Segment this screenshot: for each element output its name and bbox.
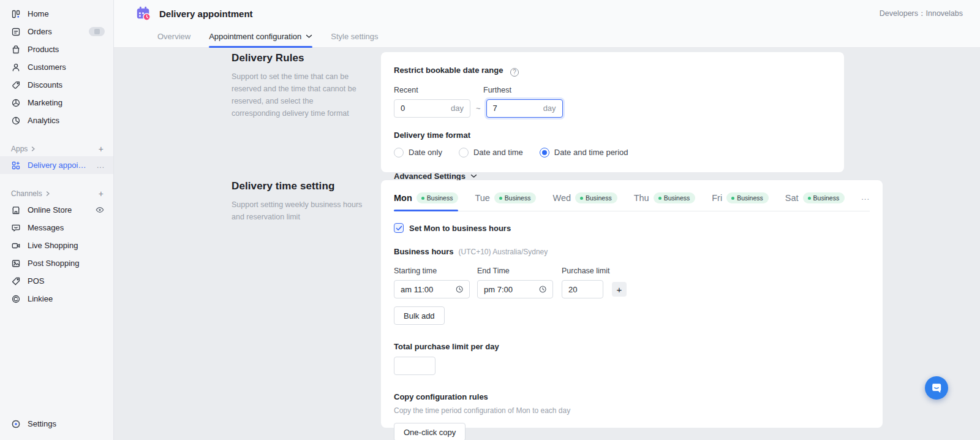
sidebar-item-delivery-appointment[interactable]: Delivery appoint... ...	[0, 156, 113, 174]
sidebar-item-pos[interactable]: POS	[0, 272, 113, 290]
day-tab-mon[interactable]: Mon Business	[394, 192, 458, 211]
sidebar-item-customers[interactable]: Customers	[0, 58, 113, 76]
total-purchase-limit-input[interactable]	[401, 362, 429, 371]
sidebar-item-orders[interactable]: Orders	[0, 23, 113, 40]
furthest-days-field[interactable]: day	[486, 99, 563, 118]
post-shopping-icon	[11, 259, 21, 268]
radio-date-and-time-period[interactable]: Date and time period	[540, 148, 628, 157]
sidebar-item-products[interactable]: Products	[0, 40, 113, 58]
sidebar-item-post-shopping[interactable]: Post Shopping	[0, 254, 113, 272]
time-format-label: Delivery time format	[394, 131, 831, 140]
radio-icon[interactable]	[459, 148, 469, 157]
furthest-label: Furthest	[483, 86, 511, 94]
sidebar-section-apps[interactable]: Apps +	[0, 142, 113, 156]
business-hours-checkbox-row[interactable]: Set Mon to business hours	[394, 223, 870, 233]
linkiee-icon	[11, 294, 21, 304]
sidebar-item-analytics[interactable]: Analytics	[0, 112, 113, 129]
business-badge: Business	[417, 192, 459, 203]
advanced-settings-toggle[interactable]: Advanced Settings	[394, 172, 831, 181]
total-purchase-limit-field[interactable]	[394, 357, 435, 375]
sidebar-item-label: Linkiee	[28, 294, 105, 303]
add-app-button[interactable]: +	[99, 144, 104, 154]
app-header: Delivery appointment Developers：Innovela…	[114, 0, 980, 27]
starting-time-field[interactable]	[394, 280, 470, 298]
sidebar-item-label: Online Store	[28, 205, 88, 214]
delivery-time-setting-card: Mon Business Tue Business Wed Business T…	[381, 180, 883, 428]
furthest-days-input[interactable]	[493, 104, 540, 113]
radio-icon-selected[interactable]	[540, 148, 549, 157]
tab-appointment-configuration[interactable]: Appointment configuration	[209, 32, 312, 47]
sidebar-item-label: Products	[28, 45, 105, 54]
restrict-range-label: Restrict bookable date range	[394, 66, 503, 75]
radio-date-and-time[interactable]: Date and time	[459, 148, 523, 157]
add-channel-button[interactable]: +	[99, 189, 104, 199]
support-chat-button[interactable]	[925, 376, 948, 400]
recent-days-field[interactable]: day	[394, 99, 470, 118]
sidebar-section-channels[interactable]: Channels +	[0, 186, 113, 201]
checkbox-checked-icon[interactable]	[394, 223, 404, 233]
business-badge: Business	[803, 192, 845, 203]
day-label: Fri	[712, 193, 722, 203]
app-more-button[interactable]: ...	[97, 161, 105, 170]
copy-configuration-description: Copy the time period configuration of Mo…	[394, 406, 870, 415]
day-tab-thu[interactable]: Thu Business	[634, 192, 696, 211]
starting-time-input[interactable]	[401, 285, 456, 294]
day-tabs-overflow-button[interactable]: ...	[861, 192, 870, 209]
starting-time-label: Starting time	[394, 267, 477, 275]
business-badge: Business	[575, 192, 617, 203]
online-store-icon	[11, 205, 21, 215]
sidebar-item-label: Orders	[28, 27, 82, 36]
help-icon[interactable]: ?	[510, 68, 519, 77]
day-tab-fri[interactable]: Fri Business	[712, 192, 769, 211]
analytics-icon	[11, 116, 21, 126]
checkbox-label: Set Mon to business hours	[409, 224, 511, 233]
business-badge: Business	[654, 192, 696, 203]
sidebar-item-online-store[interactable]: Online Store	[0, 201, 113, 219]
day-tab-bar: Mon Business Tue Business Wed Business T…	[394, 192, 870, 211]
delivery-rules-section: Delivery Rules Support to set the time t…	[232, 52, 844, 172]
channels-section-label: Channels	[11, 189, 42, 198]
chevron-down-icon	[470, 174, 477, 178]
end-time-input[interactable]	[484, 285, 539, 294]
tab-style-settings[interactable]: Style settings	[331, 32, 378, 47]
sidebar-item-marketing[interactable]: Marketing	[0, 94, 113, 112]
eye-icon[interactable]	[95, 205, 105, 214]
day-label: Wed	[552, 193, 571, 203]
purchase-limit-input[interactable]	[568, 285, 597, 294]
sidebar-item-messages[interactable]: Messages	[0, 219, 113, 237]
radio-label: Date only	[409, 148, 442, 157]
delivery-rules-card: Restrict bookable date range ? Recent Fu…	[381, 52, 844, 172]
sidebar: Home Orders Products Customers Discounts…	[0, 0, 114, 440]
chevron-right-icon	[45, 191, 51, 197]
day-tab-tue[interactable]: Tue Business	[475, 192, 536, 211]
day-tab-sat[interactable]: Sat Business	[785, 192, 845, 211]
radio-date-only[interactable]: Date only	[394, 148, 442, 157]
sidebar-item-label: Marketing	[28, 98, 105, 107]
tab-label: Overview	[157, 32, 190, 41]
orders-badge	[89, 27, 105, 36]
tab-bar: Overview Appointment configuration Style…	[114, 27, 980, 48]
day-label: Tue	[475, 193, 489, 203]
one-click-copy-button[interactable]: One-click copy	[394, 423, 466, 440]
account-label: Developers：Innovelabs	[880, 9, 963, 19]
purchase-limit-field[interactable]	[562, 280, 603, 298]
sidebar-item-home[interactable]: Home	[0, 5, 113, 23]
delivery-appointment-admin: { "sidebar": { "items": [ { "label": "Ho…	[0, 0, 980, 440]
sidebar-item-label: POS	[28, 276, 105, 286]
total-purchase-limit-label: Total purchase limit per day	[394, 342, 870, 351]
add-time-slot-button[interactable]: +	[612, 282, 627, 297]
bulk-add-button[interactable]: Bulk add	[394, 306, 445, 325]
timezone-label: (UTC+10) Australia/Sydney	[459, 248, 548, 256]
day-tab-wed[interactable]: Wed Business	[552, 192, 617, 211]
time-format-radio-group: Date only Date and time Date and time pe…	[394, 148, 831, 157]
recent-days-input[interactable]	[401, 104, 447, 113]
sidebar-item-live-shopping[interactable]: Live Shopping	[0, 237, 113, 254]
end-time-field[interactable]	[477, 280, 553, 298]
apps-grid-plus-icon	[11, 161, 21, 170]
tab-overview[interactable]: Overview	[157, 32, 190, 47]
sidebar-item-linkiee[interactable]: Linkiee	[0, 290, 113, 308]
radio-icon[interactable]	[394, 148, 404, 157]
sidebar-item-discounts[interactable]: Discounts	[0, 76, 113, 94]
sidebar-item-settings[interactable]: Settings	[0, 415, 113, 433]
marketing-icon	[11, 98, 21, 108]
